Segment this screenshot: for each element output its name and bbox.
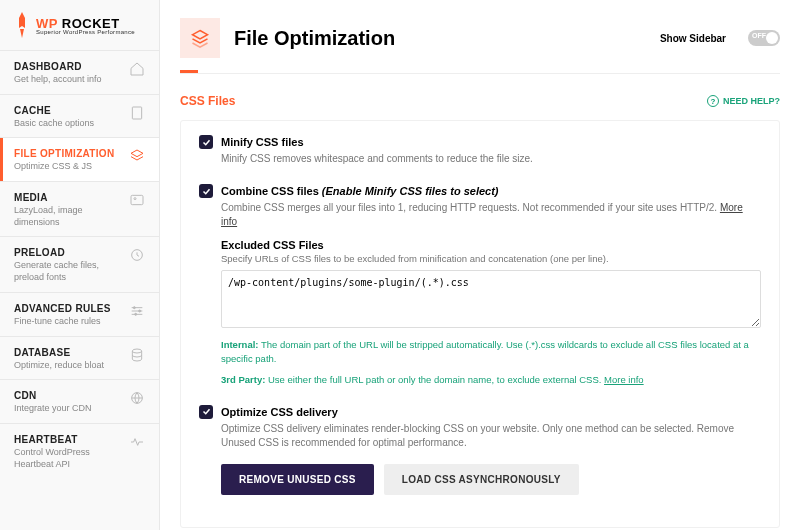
page-icon [129, 105, 145, 121]
svg-point-4 [133, 306, 135, 308]
load-css-async-button[interactable]: LOAD CSS ASYNCHRONOUSLY [384, 464, 579, 495]
sidebar-item-media[interactable]: MEDIALazyLoad, image dimensions [0, 181, 159, 236]
excluded-hint-3rdparty: 3rd Party: Use either the full URL path … [221, 373, 761, 387]
page-title: File Optimization [234, 27, 646, 50]
database-icon [129, 347, 145, 363]
sidebar-item-heartbeat[interactable]: HEARTBEATControl WordPress Heartbeat API [0, 423, 159, 478]
sidebar-item-file-optimization[interactable]: FILE OPTIMIZATIONOptimize CSS & JS [0, 137, 159, 181]
globe-icon [129, 390, 145, 406]
sidebar-item-dashboard[interactable]: DASHBOARDGet help, account info [0, 50, 159, 94]
optimize-css-desc: Optimize CSS delivery eliminates render-… [221, 422, 761, 450]
optimize-css-checkbox[interactable] [199, 405, 213, 419]
header-layers-icon [180, 18, 220, 58]
image-icon [129, 192, 145, 208]
svg-rect-0 [132, 107, 141, 119]
field-optimize-css-delivery: Optimize CSS delivery Optimize CSS deliv… [199, 405, 761, 495]
svg-point-5 [139, 310, 141, 312]
svg-point-6 [135, 313, 137, 315]
excluded-css-label: Excluded CSS Files [221, 239, 761, 251]
show-sidebar-toggle[interactable]: OFF [748, 30, 780, 46]
sliders-icon [129, 303, 145, 319]
combine-css-desc: Combine CSS merges all your files into 1… [221, 201, 761, 229]
show-sidebar-label: Show Sidebar [660, 33, 726, 44]
active-tab-indicator [180, 70, 198, 73]
remove-unused-css-button[interactable]: REMOVE UNUSED CSS [221, 464, 374, 495]
sidebar-item-advanced-rules[interactable]: ADVANCED RULESFine-tune cache rules [0, 292, 159, 336]
main-content: File Optimization Show Sidebar OFF CSS F… [160, 0, 800, 530]
page-header: File Optimization Show Sidebar OFF [160, 0, 800, 70]
css-settings-panel: Minify CSS files Minify CSS removes whit… [180, 120, 780, 528]
combine-css-label: Combine CSS files (Enable Minify CSS fil… [221, 185, 499, 197]
thirdparty-more-info-link[interactable]: More info [604, 374, 644, 385]
svg-rect-1 [131, 195, 143, 204]
minify-css-checkbox[interactable] [199, 135, 213, 149]
excluded-hint-internal: Internal: The domain part of the URL wil… [221, 338, 761, 367]
clock-icon [129, 247, 145, 263]
minify-css-label: Minify CSS files [221, 136, 304, 148]
optimize-css-label: Optimize CSS delivery [221, 406, 338, 418]
svg-point-7 [132, 349, 141, 353]
excluded-css-textarea[interactable] [221, 270, 761, 328]
field-minify-css: Minify CSS files Minify CSS removes whit… [199, 135, 761, 166]
logo-subtitle: Superior WordPress Performance [36, 29, 135, 35]
excluded-css-desc: Specify URLs of CSS files to be excluded… [221, 253, 761, 264]
sidebar-item-database[interactable]: DATABASEOptimize, reduce bloat [0, 336, 159, 380]
logo: WP ROCKET Superior WordPress Performance [0, 0, 159, 50]
field-combine-css: Combine CSS files (Enable Minify CSS fil… [199, 184, 761, 387]
section-header: CSS Files ? NEED HELP? [160, 74, 800, 120]
combine-css-checkbox[interactable] [199, 184, 213, 198]
sidebar-item-cdn[interactable]: CDNIntegrate your CDN [0, 379, 159, 423]
sidebar: WP ROCKET Superior WordPress Performance… [0, 0, 160, 530]
rocket-icon [14, 12, 30, 38]
heartbeat-icon [129, 434, 145, 450]
layers-icon [129, 148, 145, 164]
section-title: CSS Files [180, 94, 235, 108]
minify-css-desc: Minify CSS removes whitespace and commen… [221, 152, 761, 166]
need-help-link[interactable]: ? NEED HELP? [707, 95, 780, 107]
svg-point-2 [134, 198, 136, 200]
home-icon [129, 61, 145, 77]
sidebar-item-preload[interactable]: PRELOADGenerate cache files, preload fon… [0, 236, 159, 291]
help-icon: ? [707, 95, 719, 107]
sidebar-item-cache[interactable]: CACHEBasic cache options [0, 94, 159, 138]
